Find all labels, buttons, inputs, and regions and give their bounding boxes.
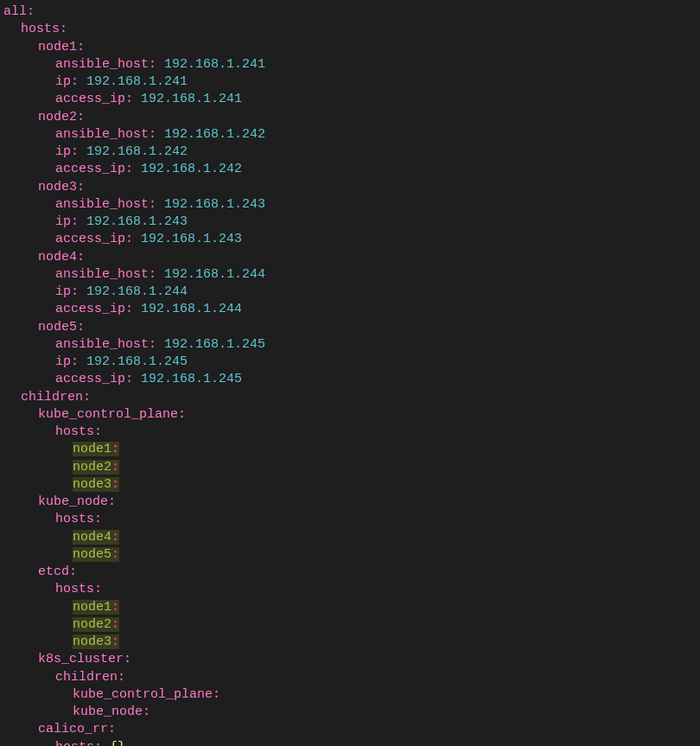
yaml-key-ansible-host: ansible_host [55, 197, 149, 212]
yaml-key-access-ip: access_ip [55, 162, 125, 176]
yaml-colon: : [77, 40, 85, 54]
yaml-colon: : [77, 110, 85, 124]
yaml-value: 192.168.1.244 [164, 267, 265, 282]
yaml-line: hosts: [3, 511, 697, 528]
yaml-colon-highlighted: : [111, 477, 119, 492]
yaml-key-calico-rr: calico_rr [38, 722, 108, 736]
yaml-line: ip: 192.168.1.241 [3, 73, 697, 91]
yaml-key-ip: ip [55, 74, 71, 89]
yaml-colon: : [77, 320, 85, 335]
yaml-key-node3: node3 [38, 180, 77, 194]
yaml-code-block: all: hosts: node1: ansible_host: 192.168… [3, 3, 697, 746]
yaml-line: access_ip: 192.168.1.243 [3, 231, 697, 248]
yaml-line: all: [3, 3, 697, 21]
yaml-key-access-ip: access_ip [55, 232, 125, 246]
yaml-colon: : [71, 74, 79, 89]
yaml-colon: : [71, 144, 79, 159]
yaml-key-ip: ip [55, 354, 71, 369]
yaml-line: node3: [3, 476, 697, 494]
yaml-line: node2: [3, 616, 697, 634]
yaml-line: ansible_host: 192.168.1.242 [3, 126, 697, 143]
yaml-key-access-ip: access_ip [55, 372, 125, 386]
yaml-key-kube-control-plane: kube_control_plane [38, 407, 178, 422]
yaml-colon: : [149, 197, 156, 212]
yaml-line: node3: [3, 179, 697, 196]
yaml-line: kube_node: [3, 704, 697, 721]
yaml-line: k8s_cluster: [3, 651, 697, 668]
yaml-key-hosts: hosts [55, 740, 94, 747]
yaml-colon: : [108, 494, 116, 509]
yaml-key-node4-highlighted: node4 [73, 530, 111, 545]
yaml-colon: : [77, 250, 85, 265]
yaml-line: node4: [3, 249, 697, 266]
yaml-key-kube-node: kube_node [73, 705, 143, 719]
yaml-value: 192.168.1.244 [141, 302, 242, 316]
yaml-line: node3: [3, 634, 697, 651]
yaml-key-ansible-host: ansible_host [55, 267, 149, 282]
yaml-colon: : [71, 214, 79, 229]
yaml-colon: : [69, 564, 77, 579]
yaml-colon: : [94, 582, 102, 596]
yaml-value: 192.168.1.241 [86, 74, 188, 89]
yaml-key-hosts: hosts [55, 424, 94, 439]
yaml-line: hosts: [3, 424, 697, 441]
yaml-line: ip: 192.168.1.244 [3, 284, 697, 301]
yaml-value: 192.168.1.242 [164, 127, 265, 142]
yaml-key-k8s-cluster: k8s_cluster [38, 652, 124, 666]
yaml-key-ip: ip [55, 214, 71, 229]
yaml-line: hosts: [3, 21, 697, 38]
yaml-colon: : [143, 705, 150, 719]
yaml-line: kube_control_plane: [3, 686, 697, 704]
yaml-line: node2: [3, 459, 697, 476]
yaml-colon: : [94, 740, 102, 747]
yaml-line: node1: [3, 599, 697, 616]
yaml-colon-highlighted: : [111, 460, 119, 475]
yaml-colon-highlighted: : [111, 547, 119, 562]
yaml-key-kube-control-plane: kube_control_plane [73, 687, 213, 702]
yaml-line: ansible_host: 192.168.1.241 [3, 56, 697, 73]
yaml-key-node5: node5 [38, 320, 77, 335]
yaml-value: 192.168.1.241 [141, 92, 242, 106]
yaml-key-ansible-host: ansible_host [55, 337, 149, 352]
yaml-value: 192.168.1.243 [141, 232, 242, 246]
yaml-value: 192.168.1.245 [86, 354, 188, 369]
yaml-value: 192.168.1.242 [141, 162, 242, 176]
yaml-empty-object: {} [110, 740, 125, 747]
yaml-line: etcd: [3, 564, 697, 581]
yaml-colon: : [108, 722, 116, 736]
yaml-line: node4: [3, 529, 697, 546]
yaml-colon: : [125, 232, 133, 246]
yaml-colon: : [60, 22, 67, 36]
yaml-line: calico_rr: [3, 721, 697, 738]
yaml-line: children: [3, 389, 697, 406]
yaml-colon-highlighted: : [111, 600, 119, 615]
yaml-line: ansible_host: 192.168.1.243 [3, 196, 697, 214]
yaml-line: ansible_host: 192.168.1.245 [3, 336, 697, 354]
yaml-line: hosts: [3, 581, 697, 598]
yaml-key-node2-highlighted: node2 [73, 617, 111, 632]
yaml-colon-highlighted: : [111, 617, 119, 632]
yaml-colon: : [71, 354, 79, 369]
yaml-colon: : [125, 372, 133, 386]
yaml-line: node2: [3, 109, 697, 126]
yaml-line: access_ip: 192.168.1.241 [3, 91, 697, 108]
yaml-colon: : [77, 180, 85, 194]
yaml-key-node1: node1 [38, 40, 77, 54]
yaml-value: 192.168.1.244 [86, 284, 188, 299]
yaml-colon: : [213, 687, 220, 702]
yaml-line: access_ip: 192.168.1.244 [3, 301, 697, 318]
yaml-colon-highlighted: : [111, 634, 119, 649]
yaml-value: 192.168.1.242 [86, 144, 188, 159]
yaml-line: kube_control_plane: [3, 406, 697, 424]
yaml-value: 192.168.1.245 [164, 337, 265, 352]
yaml-key-etcd: etcd [38, 564, 69, 579]
yaml-colon: : [94, 424, 102, 439]
yaml-colon: : [124, 652, 131, 666]
yaml-key-access-ip: access_ip [55, 92, 125, 106]
yaml-line: ansible_host: 192.168.1.244 [3, 266, 697, 284]
yaml-colon: : [125, 302, 133, 316]
yaml-line: node5: [3, 319, 697, 336]
yaml-colon: : [94, 512, 102, 526]
yaml-colon: : [149, 267, 156, 282]
yaml-key-node1-highlighted: node1 [73, 600, 111, 615]
